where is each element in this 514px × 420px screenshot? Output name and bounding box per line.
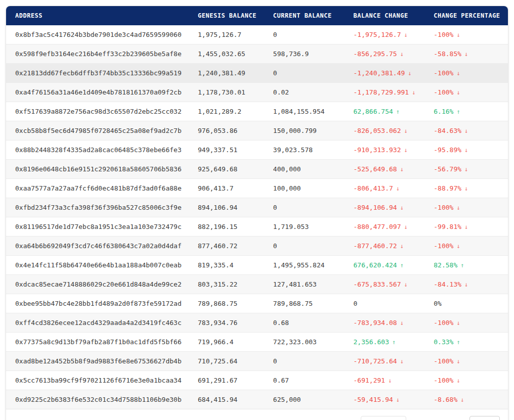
address-cell: 0x88b2448328f4335ad2a8cac06485c378ebe66f… bbox=[6, 141, 192, 160]
down-arrow-icon: ↓ bbox=[456, 243, 460, 250]
table-row[interactable]: 0x21813dd67fecb6dffb3f74bb35c13336bc99a5… bbox=[6, 64, 508, 83]
down-arrow-icon: ↓ bbox=[456, 319, 460, 326]
balance-change-cell: -525,649.68↓ bbox=[348, 160, 428, 179]
genesis-balance-cell: 691,291.67 bbox=[192, 371, 267, 390]
address-cell: 0xcb58b8f5ec6d47985f0728465c25a08ef9ad2c… bbox=[6, 121, 192, 141]
table-row[interactable]: 0xa64b6b692049f3cd7c46f6380643c7a02a0d4d… bbox=[6, 237, 508, 256]
table-row[interactable]: 0xd9225c2b6383f6e532c01c34d7588b1106b9e3… bbox=[6, 390, 508, 409]
down-arrow-icon: ↓ bbox=[400, 204, 404, 211]
genesis-balance-cell: 877,460.72 bbox=[192, 237, 267, 256]
up-arrow-icon: ↑ bbox=[460, 262, 464, 269]
genesis-balance-cell: 906,413.7 bbox=[192, 179, 267, 198]
up-arrow-icon: ↑ bbox=[400, 262, 404, 269]
table-row[interactable]: 0xf517639a8872e756ac98d3c65507d2ebc25cc0… bbox=[6, 102, 508, 121]
table-header-row: ADDRESSGENESIS BALANCECURRENT BALANCEBAL… bbox=[6, 6, 508, 25]
table-row[interactable]: 0x8bf3ac5c417624b3bde7901de3c4ad76595990… bbox=[6, 25, 508, 44]
down-arrow-icon: ↓ bbox=[456, 377, 460, 384]
up-arrow-icon: ↑ bbox=[392, 339, 396, 346]
down-arrow-icon: ↓ bbox=[396, 185, 400, 192]
balance-change-cell-value: -877,460.72 bbox=[354, 242, 397, 250]
change-percentage-cell: -100%↓ bbox=[427, 237, 508, 256]
address-cell: 0x8196e0648cb16e9151c2920618a58605706b58… bbox=[6, 160, 192, 179]
address-cell: 0xfbd234f73a3cfa398f36f396ba527c85006c3f… bbox=[6, 198, 192, 217]
genesis-balance-cell: 949,337.51 bbox=[192, 141, 267, 160]
genesis-balance-cell: 1,975,126.7 bbox=[192, 25, 267, 44]
down-arrow-icon: ↓ bbox=[456, 358, 460, 365]
current-balance-cell: 789,868.75 bbox=[267, 294, 348, 313]
current-balance-cell: 0 bbox=[267, 352, 348, 371]
down-arrow-icon: ↓ bbox=[464, 223, 468, 230]
current-balance-cell: 100,000 bbox=[267, 179, 348, 198]
down-arrow-icon: ↓ bbox=[456, 70, 460, 77]
balance-change-cell: -691,291↓ bbox=[348, 371, 428, 390]
genesis-balance-cell: 882,196.15 bbox=[192, 217, 267, 237]
table-row[interactable]: 0xad8be12a452b5b8f9ad9883f6e8e67536627db… bbox=[6, 352, 508, 371]
balance-change-cell-value: 676,620.424 bbox=[354, 261, 397, 269]
table-row[interactable]: 0xdcac85ecae7148886029c20e661d848a4de99c… bbox=[6, 275, 508, 294]
table-row[interactable]: 0x5cc7613ba99cf9f97021126f6716e3e0a1bcaa… bbox=[6, 371, 508, 390]
change-percentage-cell-value: -100% bbox=[434, 319, 453, 326]
down-arrow-icon: ↓ bbox=[464, 281, 468, 288]
current-balance-cell: 722,323.003 bbox=[267, 333, 348, 352]
genesis-balance-cell: 819,335.4 bbox=[192, 256, 267, 275]
down-arrow-icon: ↓ bbox=[464, 51, 468, 58]
table-row[interactable]: 0xa4f76156a31a46e1d409e4b7818161370a09f2… bbox=[6, 83, 508, 102]
change-percentage-cell: -84.13%↓ bbox=[427, 275, 508, 294]
change-percentage-cell: 6.16%↑ bbox=[427, 102, 508, 121]
change-percentage-cell-value: -100% bbox=[434, 377, 453, 384]
balance-table-card: ADDRESSGENESIS BALANCECURRENT BALANCEBAL… bbox=[6, 6, 508, 420]
change-percentage-cell-value: -100% bbox=[434, 88, 453, 96]
address-cell: 0xff4cd3826ecee12acd4329aada4a2d3419fc46… bbox=[6, 313, 192, 333]
address-cell: 0xa64b6b692049f3cd7c46f6380643c7a02a0d4d… bbox=[6, 237, 192, 256]
next-button[interactable]: Next bbox=[469, 416, 500, 420]
table-row[interactable]: 0xcb58b8f5ec6d47985f0728465c25a08ef9ad2c… bbox=[6, 121, 508, 141]
change-percentage-cell: 0.33%↑ bbox=[427, 333, 508, 352]
genesis-balance-cell: 684,415.94 bbox=[192, 390, 267, 409]
table-row[interactable]: 0x4e14fc11f58b64740e66e4b1aa188a4b007c0e… bbox=[6, 256, 508, 275]
change-percentage-cell-value: -84.13% bbox=[434, 281, 461, 288]
balance-change-cell-value: -806,413.7 bbox=[354, 184, 393, 192]
table-row[interactable]: 0x8196e0648cb16e9151c2920618a58605706b58… bbox=[6, 160, 508, 179]
balance-change-cell: 0 bbox=[348, 294, 428, 313]
table-row[interactable]: 0xff4cd3826ecee12acd4329aada4a2d3419fc46… bbox=[6, 313, 508, 333]
balance-change-cell: -1,240,381.49↓ bbox=[348, 64, 428, 83]
balance-change-cell: 62,866.754↑ bbox=[348, 102, 428, 121]
balance-change-cell: -710,725.64↓ bbox=[348, 352, 428, 371]
genesis-balance-cell: 803,315.22 bbox=[192, 275, 267, 294]
table-row[interactable]: 0x88b2448328f4335ad2a8cac06485c378ebe66f… bbox=[6, 141, 508, 160]
current-balance-cell: 0.68 bbox=[267, 313, 348, 333]
down-arrow-icon: ↓ bbox=[456, 31, 460, 38]
change-percentage-cell-value: -99.81% bbox=[434, 223, 461, 230]
previous-button[interactable]: Previous bbox=[361, 416, 406, 420]
down-arrow-icon: ↓ bbox=[456, 204, 460, 211]
current-balance-cell: 0 bbox=[267, 64, 348, 83]
change-percentage-cell: 0% bbox=[427, 294, 508, 313]
balance-change-cell: -877,460.72↓ bbox=[348, 237, 428, 256]
table-row[interactable]: 0xaa7577a7a27aa7fcf6d0ec481b87df3ad0f6a8… bbox=[6, 179, 508, 198]
balance-change-cell: -1,178,729.991↓ bbox=[348, 83, 428, 102]
address-cell: 0xaa7577a7a27aa7fcf6d0ec481b87df3ad0f6a8… bbox=[6, 179, 192, 198]
balance-change-cell-value: 0 bbox=[354, 300, 358, 307]
balance-change-cell: -675,833.567↓ bbox=[348, 275, 428, 294]
balance-change-cell: 2,356.603↑ bbox=[348, 333, 428, 352]
up-arrow-icon: ↑ bbox=[456, 108, 460, 115]
table-row[interactable]: 0x77375a8c9d13bf79afb2a87f1b0ac1dfd5f5bf… bbox=[6, 333, 508, 352]
genesis-balance-cell: 719,966.4 bbox=[192, 333, 267, 352]
genesis-balance-cell: 1,240,381.49 bbox=[192, 64, 267, 83]
balances-table: ADDRESSGENESIS BALANCECURRENT BALANCEBAL… bbox=[6, 6, 508, 409]
current-balance-cell: 0.02 bbox=[267, 83, 348, 102]
table-row[interactable]: 0x598f9efb3164ec216b4eff33c2b239605be5af… bbox=[6, 44, 508, 64]
table-row[interactable]: 0xfbd234f73a3cfa398f36f396ba527c85006c3f… bbox=[6, 198, 508, 217]
current-balance-cell: 0 bbox=[267, 198, 348, 217]
up-arrow-icon: ↑ bbox=[456, 339, 460, 346]
down-arrow-icon: ↓ bbox=[412, 89, 415, 96]
current-balance-cell: 598,736.9 bbox=[267, 44, 348, 64]
balance-change-cell-value: -1,178,729.991 bbox=[354, 88, 409, 96]
table-row[interactable]: 0x81196517de1d77ebc8a1951c3ea1a103e73247… bbox=[6, 217, 508, 237]
change-percentage-cell: -100%↓ bbox=[427, 371, 508, 390]
down-arrow-icon: ↓ bbox=[404, 127, 407, 134]
table-row[interactable]: 0xbee95bb47bc4e28bb1fd489a2d0f873fe59172… bbox=[6, 294, 508, 313]
change-percentage-cell: -100%↓ bbox=[427, 83, 508, 102]
address-cell: 0x598f9efb3164ec216b4eff33c2b239605be5af… bbox=[6, 44, 192, 64]
down-arrow-icon: ↓ bbox=[464, 127, 468, 134]
